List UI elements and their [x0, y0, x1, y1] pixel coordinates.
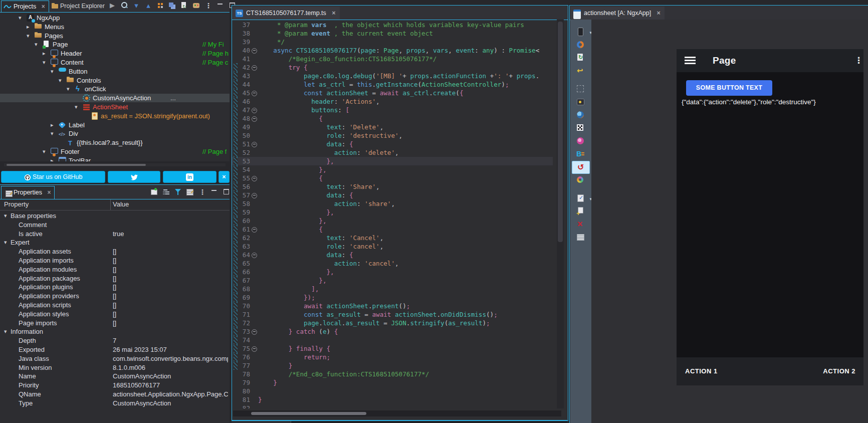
- chevron-right-icon[interactable]: ▸: [51, 121, 58, 129]
- maximize-icon[interactable]: [222, 187, 232, 196]
- property-row-priority[interactable]: Priority1685105076177: [0, 381, 230, 389]
- property-row-application-styles[interactable]: Application styles[]: [0, 310, 230, 318]
- reload-app-button[interactable]: [573, 39, 588, 51]
- property-row-expert[interactable]: ▾Expert: [0, 238, 230, 247]
- property-row-application-imports[interactable]: Application imports[]: [0, 256, 230, 265]
- project-tree[interactable]: ▾NgxApp▸Menus▾Pages▾Page// My Fi▸Header/…: [0, 13, 230, 161]
- twitter-button[interactable]: [108, 171, 160, 183]
- fold-collapse-icon[interactable]: [252, 253, 257, 258]
- property-row-application-providers[interactable]: Application providers[]: [0, 292, 230, 300]
- property-row-base-properties[interactable]: ▾Base properties: [0, 212, 230, 220]
- property-row-exported[interactable]: Exported26 mai 2023 15:07: [0, 345, 230, 354]
- chevron-right-icon[interactable]: ▸: [43, 49, 50, 58]
- select-zone-button[interactable]: [573, 83, 588, 95]
- fold-collapse-icon[interactable]: [252, 176, 257, 181]
- tree-item-as-result-json-stringify-parent-out[interactable]: as_result = JSON.stringify(parent.out): [0, 112, 230, 120]
- tree-horizontal-scrollbar[interactable]: [4, 163, 226, 166]
- property-row-min-version[interactable]: Min version8.1.0.m006: [0, 363, 230, 372]
- column-divider[interactable]: [110, 199, 111, 210]
- clipboard-add-button[interactable]: [573, 205, 588, 217]
- tree-item-toolbar[interactable]: ▸ToolBar: [0, 156, 230, 161]
- tree-item-ngxapp[interactable]: ▾NgxApp: [0, 14, 230, 22]
- fold-collapse-icon[interactable]: [252, 193, 257, 198]
- fold-collapse-icon[interactable]: [252, 116, 257, 122]
- tree-item-div[interactable]: ▾Div: [0, 129, 230, 138]
- property-row-information[interactable]: ▾Information: [0, 327, 230, 336]
- chevron-down-icon[interactable]: ▾: [4, 327, 7, 336]
- pin-editor-icon[interactable]: [149, 187, 159, 196]
- tree-item-onclick[interactable]: ▾onClick: [0, 85, 230, 93]
- chevron-right-icon[interactable]: ▸: [51, 156, 58, 161]
- chevron-up-icon[interactable]: [143, 1, 153, 10]
- fold-collapse-icon[interactable]: [252, 48, 257, 54]
- linkedin-button[interactable]: in: [163, 171, 216, 183]
- code-area[interactable]: 37 * @param vars , the object which hold…: [232, 20, 553, 408]
- delete-button[interactable]: [573, 218, 588, 230]
- fold-collapse-icon[interactable]: [252, 65, 257, 71]
- property-row-is-active[interactable]: Is activetrue: [0, 230, 230, 238]
- some-button[interactable]: SOME BUTTON TEXT: [686, 80, 772, 96]
- tab-projects[interactable]: Projects ×: [1, 1, 49, 12]
- close-icon[interactable]: ×: [657, 10, 661, 17]
- fold-collapse-icon[interactable]: [252, 329, 257, 335]
- tree-item-label[interactable]: ▸Label: [0, 121, 230, 129]
- grid-button[interactable]: [573, 231, 588, 243]
- chevron-down-icon[interactable]: ▾: [4, 212, 7, 220]
- property-row-qname[interactable]: QNameactionsheet.Application.NgxApp.Page…: [0, 390, 230, 398]
- property-row-application-plugins[interactable]: Application plugins[]: [0, 283, 230, 291]
- footer-action-2[interactable]: ACTION 2: [823, 367, 855, 375]
- tree-item-customasyncaction[interactable]: CustomAsyncAction...: [0, 94, 230, 102]
- save-all-icon[interactable]: [167, 1, 177, 10]
- device-button[interactable]: ▾: [573, 26, 588, 38]
- fold-collapse-icon[interactable]: [252, 227, 257, 233]
- tab-editor-file[interactable]: TS CTS1685105076177.temp.ts ×: [233, 7, 340, 20]
- bootstrap-button[interactable]: [573, 148, 588, 160]
- link-with-editor-icon[interactable]: [155, 1, 165, 10]
- property-row-application-modules[interactable]: Application modules[]: [0, 265, 230, 274]
- back-button[interactable]: [573, 65, 588, 77]
- editor-vertical-scrollbar[interactable]: [557, 20, 564, 408]
- tree-item-content[interactable]: ▾Content// Page c: [0, 58, 230, 67]
- minimize-icon[interactable]: [209, 187, 220, 196]
- chevron-right-icon[interactable]: ▸: [27, 23, 34, 31]
- property-row-application-scripts[interactable]: Application scripts[]: [0, 301, 230, 309]
- property-row-page-imports[interactable]: Page imports[]: [0, 319, 230, 327]
- gears-button[interactable]: [573, 174, 588, 186]
- chevron-down-icon[interactable]: ▾: [43, 147, 50, 156]
- view-menu-icon[interactable]: [203, 1, 213, 10]
- view-menu-icon[interactable]: [197, 187, 207, 196]
- chevron-down-icon[interactable]: [131, 1, 141, 10]
- property-row-comment[interactable]: Comment: [0, 221, 230, 229]
- github-star-button[interactable]: Star us on GitHub: [1, 171, 105, 183]
- tree-item-this-local-as-result[interactable]: {{this.local?.as_result}}: [0, 138, 230, 147]
- clipboard-check-button[interactable]: ▾: [573, 192, 588, 204]
- tree-item-controls[interactable]: ▾Controls: [0, 76, 230, 85]
- close-icon[interactable]: ×: [332, 10, 335, 17]
- refresh-doc-icon[interactable]: [179, 1, 189, 10]
- chevron-down-icon[interactable]: ▾: [51, 129, 58, 138]
- chevron-down-icon[interactable]: ▾: [43, 58, 50, 67]
- fold-collapse-icon[interactable]: [252, 91, 257, 96]
- property-row-depth[interactable]: Depth7: [0, 336, 230, 345]
- search-icon[interactable]: [119, 1, 129, 10]
- social-close-button[interactable]: ×: [219, 171, 230, 183]
- tree-mode-icon[interactable]: [161, 187, 171, 196]
- property-row-application-packages[interactable]: Application packages[]: [0, 274, 230, 283]
- chevron-down-icon[interactable]: ▾: [35, 40, 42, 49]
- kebab-menu-icon[interactable]: ⋮: [854, 56, 856, 66]
- run-icon[interactable]: [107, 1, 117, 10]
- property-row-type[interactable]: TypeCustomAsyncAction: [0, 399, 230, 407]
- test-globe-button[interactable]: [573, 135, 588, 147]
- editor-horizontal-scrollbar[interactable]: [233, 410, 561, 416]
- chevron-down-icon[interactable]: ▾: [51, 67, 58, 76]
- refresh-page-button[interactable]: [573, 52, 588, 64]
- minimize-icon[interactable]: [215, 1, 226, 10]
- footer-action-1[interactable]: ACTION 1: [685, 367, 718, 375]
- fold-collapse-icon[interactable]: [252, 346, 257, 352]
- menu-hamburger-icon[interactable]: [685, 57, 696, 65]
- fold-collapse-icon[interactable]: [252, 108, 257, 113]
- tree-item-pages[interactable]: ▾Pages: [0, 32, 230, 40]
- close-icon[interactable]: ×: [42, 3, 45, 10]
- tree-item-header[interactable]: ▸Header// Page h: [0, 49, 230, 58]
- web-button[interactable]: [573, 109, 588, 121]
